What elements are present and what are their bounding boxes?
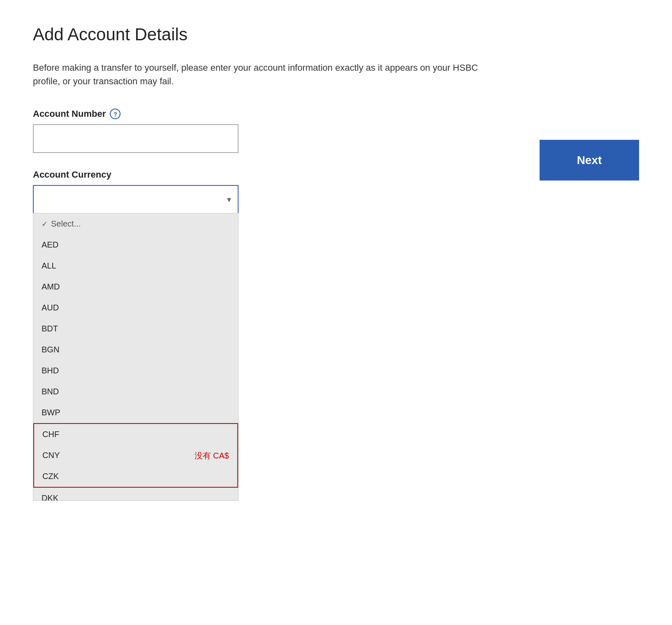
next-button[interactable]: Next	[540, 140, 639, 181]
dropdown-item-all[interactable]: ALL	[33, 255, 238, 276]
dropdown-item-bdt[interactable]: BDT	[33, 318, 238, 339]
dropdown-item-czk[interactable]: CZK	[34, 466, 237, 487]
dropdown-item-dkk[interactable]: DKK	[33, 488, 238, 501]
dropdown-item-aud[interactable]: AUD	[33, 297, 238, 318]
dropdown-item-bhd[interactable]: BHD	[33, 360, 238, 381]
account-number-input[interactable]	[33, 124, 239, 153]
dropdown-item-bnd[interactable]: BND	[33, 381, 238, 402]
no-ca-annotation-group: 没有 CA$ CHF CNY CZK	[33, 423, 238, 488]
dropdown-item-cny[interactable]: CNY	[34, 445, 237, 466]
page-title: Add Account Details	[33, 25, 639, 44]
currency-select-trigger[interactable]: ▾	[33, 185, 239, 214]
dropdown-item-aed[interactable]: AED	[33, 234, 238, 255]
chevron-down-icon: ▾	[227, 194, 231, 204]
form-container: Account Number ? Account Currency ▾ Sele…	[33, 109, 639, 214]
dropdown-item-bwp[interactable]: BWP	[33, 402, 238, 423]
dropdown-item-amd[interactable]: AMD	[33, 276, 238, 297]
dropdown-item-chf[interactable]: CHF	[34, 424, 237, 445]
account-number-label: Account Number ?	[33, 109, 639, 119]
dropdown-item-select[interactable]: Select...	[33, 213, 238, 234]
page-description: Before making a transfer to yourself, pl…	[33, 61, 485, 88]
currency-dropdown: Select... AED ALL AMD AUD BDT BGN BHD BN…	[33, 213, 239, 501]
account-number-help-icon[interactable]: ?	[110, 109, 120, 119]
currency-select-wrapper: ▾ Select... AED ALL AMD AUD BDT BGN BHD …	[33, 185, 239, 214]
dropdown-item-bgn[interactable]: BGN	[33, 339, 238, 360]
